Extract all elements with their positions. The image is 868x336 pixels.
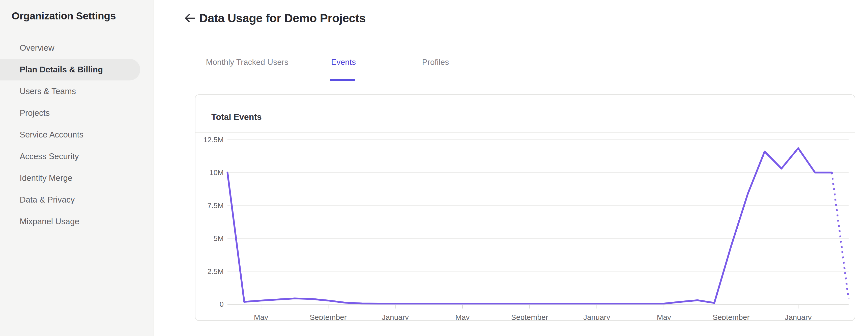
active-tab-indicator [330,79,355,81]
y-axis-label: 7.5M [208,202,224,210]
organization-settings-sidebar: Organization Settings Overview Plan Deta… [0,0,154,336]
sidebar-item-projects[interactable]: Projects [0,102,140,124]
tab-monthly-tracked-users[interactable]: Monthly Tracked Users [206,58,288,67]
tab-events[interactable]: Events [331,58,356,67]
total-events-card: Total Events 12.5M10M7.5M5M2.5M0MaySepte… [195,94,855,321]
x-axis-label: May [456,313,470,320]
x-axis-label: September [511,313,548,320]
sidebar-item-access-security[interactable]: Access Security [0,146,140,167]
page-title: Data Usage for Demo Projects [199,11,366,25]
x-axis-label: September [310,313,347,320]
arrow-left-icon [184,12,196,24]
main-content: Data Usage for Demo Projects Monthly Tra… [155,0,868,336]
y-axis-label: 2.5M [208,267,224,275]
sidebar-item-data-privacy[interactable]: Data & Privacy [0,189,140,211]
card-title: Total Events [211,112,262,122]
series-line-total-events [227,148,832,303]
total-events-line-chart: 12.5M10M7.5M5M2.5M0MaySeptemberJanuaryMa… [195,133,855,320]
series-line-projected [832,173,848,299]
sidebar-item-identity-merge[interactable]: Identity Merge [0,167,140,189]
x-axis-label: January [583,313,610,320]
y-axis-label: 0 [220,300,224,308]
x-axis-label: January [382,313,409,320]
tab-bar-divider [195,81,859,81]
y-axis-label: 5M [214,234,224,242]
y-axis-label: 10M [210,169,224,177]
x-axis-label: September [713,313,750,320]
x-axis-label: January [785,313,812,320]
sidebar-item-plan-details-billing[interactable]: Plan Details & Billing [0,59,140,81]
sidebar-item-mixpanel-usage[interactable]: Mixpanel Usage [0,211,140,232]
sidebar-nav-list: Overview Plan Details & Billing Users & … [0,37,154,232]
sidebar-item-service-accounts[interactable]: Service Accounts [0,124,140,146]
y-axis-label: 12.5M [203,136,224,144]
x-axis-label: May [254,313,268,320]
chart-area: 12.5M10M7.5M5M2.5M0MaySeptemberJanuaryMa… [195,133,855,320]
sidebar-title: Organization Settings [11,10,116,22]
back-button[interactable] [184,12,196,24]
sidebar-item-users-teams[interactable]: Users & Teams [0,81,140,102]
tab-profiles[interactable]: Profiles [422,58,449,67]
x-axis-label: May [657,313,671,320]
card-header: Total Events [195,95,855,133]
sidebar-item-overview[interactable]: Overview [0,37,140,59]
